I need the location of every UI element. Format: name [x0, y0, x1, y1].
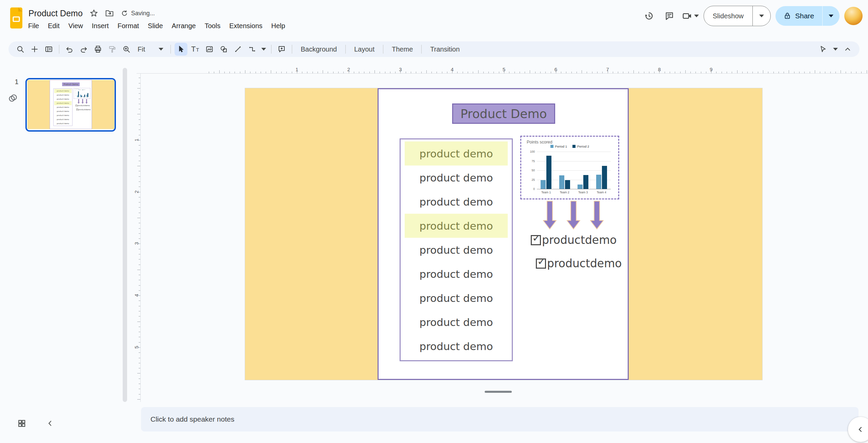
move-folder-icon[interactable]: [105, 9, 114, 18]
list-item[interactable]: product demo: [405, 286, 508, 310]
open-side-panel-button[interactable]: [848, 417, 868, 442]
slides-logo-icon[interactable]: [10, 7, 22, 28]
list-item[interactable]: product demo: [405, 310, 508, 334]
slideshow-options-button[interactable]: [752, 6, 770, 26]
text-box-button[interactable]: TT: [189, 43, 202, 56]
ruler-tick: [139, 301, 140, 301]
slideshow-button[interactable]: Slideshow: [704, 6, 752, 26]
checkbox-item[interactable]: ✓productdemo: [531, 233, 617, 247]
layout-button[interactable]: Layout: [349, 45, 380, 53]
zoom-select[interactable]: Fit: [134, 45, 167, 53]
comments-button[interactable]: [662, 8, 677, 24]
list-item[interactable]: product demo: [405, 166, 508, 190]
search-menus-button[interactable]: [14, 43, 27, 56]
select-tool-button[interactable]: [175, 43, 187, 56]
slide-title-shape: Product Demo: [62, 83, 80, 86]
list-item[interactable]: product demo: [405, 190, 508, 214]
account-avatar[interactable]: [844, 7, 863, 25]
menu-item-extensions[interactable]: Extensions: [225, 20, 267, 32]
slide-title-shape[interactable]: Product Demo: [452, 103, 555, 124]
new-slide-layout-button[interactable]: [42, 43, 55, 56]
menu-item-insert[interactable]: Insert: [87, 20, 113, 32]
down-arrow-shape[interactable]: [543, 201, 557, 230]
new-slide-button[interactable]: [28, 43, 41, 56]
collapse-filmstrip-button[interactable]: [43, 417, 57, 430]
ruler-tick: [861, 72, 862, 73]
down-arrow-shape[interactable]: [590, 201, 604, 230]
ruler-tick: [587, 72, 587, 73]
ruler-tick: [271, 70, 271, 73]
insert-line-button[interactable]: [231, 43, 244, 56]
share-button[interactable]: Share: [775, 6, 822, 26]
join-call-button[interactable]: [682, 11, 699, 21]
ruler-tick: [752, 72, 753, 73]
paint-format-button[interactable]: [106, 43, 119, 56]
insert-shape-button[interactable]: [217, 43, 230, 56]
filmstrip-scrollbar[interactable]: [123, 68, 127, 402]
save-status[interactable]: Saving...: [121, 9, 155, 17]
transition-button[interactable]: Transition: [425, 45, 465, 53]
chart-selection[interactable]: Points scored Period 1Period 2 025507510…: [520, 136, 619, 199]
chart-bar: [596, 175, 601, 189]
connector-icon: [248, 45, 256, 53]
share-options-button[interactable]: [822, 6, 840, 26]
insert-connector-button[interactable]: [246, 43, 259, 56]
list-item[interactable]: product demo: [405, 238, 508, 262]
menu-item-edit[interactable]: Edit: [43, 20, 64, 32]
ruler-tick: [375, 70, 375, 73]
ruler-tick: [139, 135, 140, 135]
slide-canvas[interactable]: Product Demo product demoproduct demopro…: [245, 88, 762, 380]
ruler-tick: [139, 352, 140, 353]
chevron-down-icon[interactable]: [833, 48, 838, 51]
ruler-tick: [706, 72, 706, 73]
canvas-horizontal-scrollbar[interactable]: [485, 391, 512, 393]
slide-thumbnail[interactable]: Product Demo product demoproduct demopro…: [25, 78, 116, 132]
ruler-number: 9: [708, 66, 714, 72]
undo-button[interactable]: [63, 43, 76, 56]
toolbar-divider: [383, 45, 383, 54]
background-button[interactable]: Background: [295, 45, 342, 53]
theme-button[interactable]: Theme: [386, 45, 418, 53]
menu-item-slide[interactable]: Slide: [143, 20, 167, 32]
menu-item-arrange[interactable]: Arrange: [167, 20, 200, 32]
ruler-tick: [406, 72, 406, 73]
down-arrow-shape: [85, 99, 88, 104]
ruler-tick: [137, 399, 140, 400]
menu-item-tools[interactable]: Tools: [200, 20, 225, 32]
menu-item-format[interactable]: Format: [113, 20, 143, 32]
print-button[interactable]: [92, 43, 104, 56]
pointer-mode-button[interactable]: [817, 43, 830, 56]
ruler-tick: [139, 332, 140, 332]
insert-image-button[interactable]: [203, 43, 216, 56]
ruler-tick: [447, 72, 447, 73]
list-item[interactable]: product demo: [405, 214, 508, 238]
ruler-tick: [493, 72, 494, 73]
list-item[interactable]: product demo: [405, 262, 508, 286]
star-icon[interactable]: [89, 9, 98, 18]
grid-view-button[interactable]: [15, 417, 28, 430]
list-item[interactable]: product demo: [405, 141, 508, 166]
demo-list[interactable]: product demoproduct demoproduct demoprod…: [400, 138, 513, 361]
down-arrow-shape[interactable]: [567, 201, 580, 230]
bar-chart[interactable]: Points scored Period 1Period 2 025507510…: [523, 139, 616, 196]
hide-menus-button[interactable]: [841, 43, 854, 56]
menu-item-view[interactable]: View: [64, 20, 87, 32]
ruler-tick: [742, 72, 743, 73]
chevron-down-icon[interactable]: [261, 48, 266, 51]
zoom-button[interactable]: [120, 43, 133, 56]
menu-item-file[interactable]: File: [24, 20, 43, 32]
ruler-tick: [737, 70, 738, 73]
list-item[interactable]: product demo: [405, 334, 508, 358]
version-history-button[interactable]: [641, 8, 657, 24]
ruler-tick: [256, 72, 256, 73]
redo-button[interactable]: [77, 43, 90, 56]
speaker-notes-input[interactable]: Click to add speaker notes: [141, 407, 859, 431]
checkbox-item[interactable]: ✓productdemo: [536, 257, 622, 270]
ruler-tick: [139, 145, 140, 146]
ruler-tick: [483, 72, 484, 73]
document-title[interactable]: Product Demo: [28, 8, 83, 18]
add-comment-button[interactable]: [275, 43, 288, 56]
ruler-tick: [323, 70, 323, 73]
checkbox-label: productdemo: [547, 257, 622, 270]
menu-item-help[interactable]: Help: [267, 20, 289, 32]
